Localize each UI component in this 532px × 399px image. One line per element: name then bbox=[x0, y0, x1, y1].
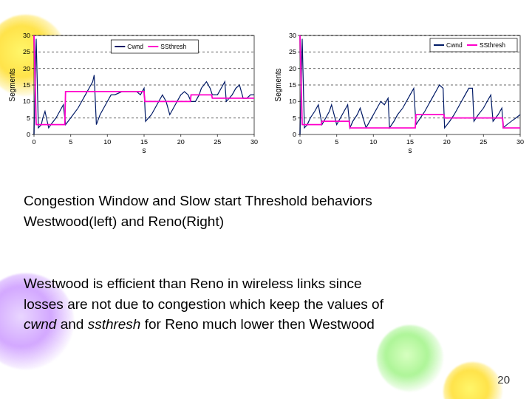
svg-text:30: 30 bbox=[289, 32, 296, 39]
caption2-and: and bbox=[56, 316, 87, 332]
svg-text:Segments: Segments bbox=[274, 68, 282, 101]
svg-text:SSthresh: SSthresh bbox=[160, 43, 186, 50]
svg-text:5: 5 bbox=[69, 138, 72, 146]
svg-text:20: 20 bbox=[443, 138, 451, 146]
svg-text:10: 10 bbox=[103, 138, 111, 146]
caption-line-2: Westwood(left) and Reno(Right) bbox=[24, 214, 224, 229]
svg-text:SSthresh: SSthresh bbox=[480, 41, 505, 49]
caption2-rest: for Reno much lower then Westwood bbox=[140, 316, 374, 332]
svg-text:0: 0 bbox=[293, 131, 296, 138]
svg-text:Segments: Segments bbox=[8, 68, 16, 101]
svg-text:0: 0 bbox=[32, 138, 35, 146]
svg-text:0: 0 bbox=[27, 131, 30, 138]
caption2-line-2: losses are not due to congestion which k… bbox=[24, 296, 383, 312]
svg-text:15: 15 bbox=[289, 81, 296, 89]
svg-text:s: s bbox=[143, 146, 146, 154]
svg-text:15: 15 bbox=[140, 138, 148, 146]
svg-text:10: 10 bbox=[289, 98, 296, 105]
caption2-line-1: Westwood is efficient than Reno in wirel… bbox=[24, 276, 362, 291]
svg-text:20: 20 bbox=[23, 65, 30, 72]
svg-text:15: 15 bbox=[406, 138, 414, 146]
svg-text:20: 20 bbox=[289, 65, 296, 72]
caption2-term-cwnd: cwnd bbox=[24, 316, 56, 332]
svg-text:10: 10 bbox=[23, 98, 30, 105]
svg-text:20: 20 bbox=[177, 138, 185, 146]
svg-text:10: 10 bbox=[369, 138, 377, 146]
chart-westwood: 051015202530051015202530sSegmentsCwndSSt… bbox=[7, 30, 259, 155]
chart-reno: 051015202530051015202530sSegmentsCwndSSt… bbox=[273, 30, 525, 155]
svg-text:25: 25 bbox=[289, 48, 296, 55]
caption-bottom: Westwood is efficient than Reno in wirel… bbox=[24, 273, 488, 335]
svg-text:s: s bbox=[409, 146, 412, 154]
svg-text:5: 5 bbox=[335, 138, 338, 146]
caption2-term-ssthresh: ssthresh bbox=[88, 316, 141, 332]
caption-top: Congestion Window and Slow start Thresho… bbox=[24, 191, 488, 231]
svg-text:5: 5 bbox=[293, 115, 296, 122]
svg-text:25: 25 bbox=[23, 48, 30, 55]
svg-text:Cwnd: Cwnd bbox=[127, 43, 143, 50]
svg-text:5: 5 bbox=[27, 115, 30, 122]
caption-line-1: Congestion Window and Slow start Thresho… bbox=[24, 193, 372, 208]
svg-text:30: 30 bbox=[516, 138, 524, 146]
svg-text:30: 30 bbox=[250, 138, 258, 146]
svg-text:Cwnd: Cwnd bbox=[446, 41, 463, 49]
svg-text:25: 25 bbox=[214, 138, 221, 146]
charts-row: 051015202530051015202530sSegmentsCwndSSt… bbox=[7, 30, 525, 155]
svg-text:0: 0 bbox=[298, 138, 301, 146]
svg-text:30: 30 bbox=[23, 32, 30, 39]
svg-text:15: 15 bbox=[23, 81, 30, 89]
page-number: 20 bbox=[497, 373, 510, 386]
svg-text:25: 25 bbox=[480, 138, 487, 146]
